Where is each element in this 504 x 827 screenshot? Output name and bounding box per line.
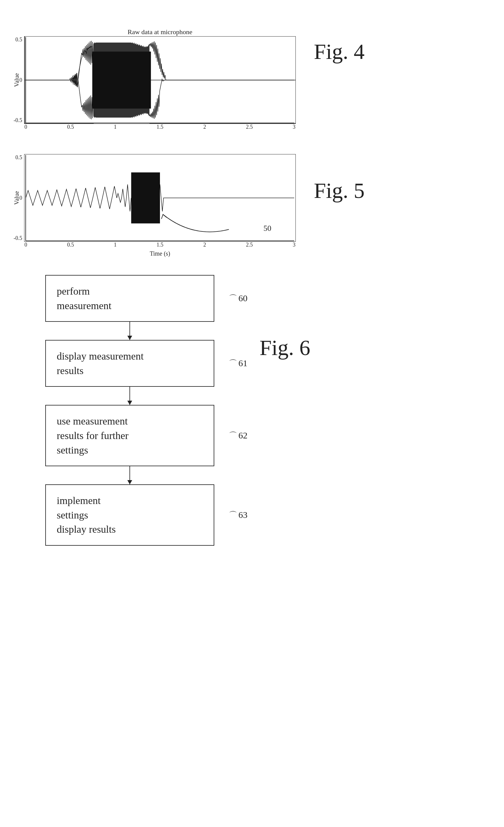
flow-box-63-wrapper: implementsettingsdisplay results ⌒63 bbox=[45, 484, 214, 546]
fig5-yticks: 0.5 0 -0.5 bbox=[13, 154, 22, 241]
charts-area: Raw data at microphone Value 0.5 0 -0.5 … bbox=[0, 12, 504, 251]
fig5-label: Fig. 5 bbox=[314, 160, 365, 203]
fig4-chart: Raw data at microphone Value 0.5 0 -0.5 … bbox=[24, 36, 296, 124]
fig4-title: Raw data at microphone bbox=[128, 28, 192, 36]
svg-rect-9 bbox=[94, 43, 150, 117]
fig5-xticks: 0 0.5 1 1.5 2 2.5 3 bbox=[24, 242, 295, 248]
flow-box-60-wrapper: performmeasurement ⌒60 bbox=[45, 275, 214, 322]
fig4-label: Fig. 4 bbox=[314, 21, 365, 64]
fig4-row: Raw data at microphone Value 0.5 0 -0.5 … bbox=[24, 21, 365, 124]
flow-box-61-text: display measurementresults bbox=[57, 349, 144, 378]
ref-curve-63: ⌒ bbox=[229, 510, 237, 520]
flow-arrow-2 bbox=[129, 387, 130, 405]
fig5-chart: Value 0.5 0 -0.5 0 0.5 1 1.5 bbox=[24, 154, 296, 242]
flow-ref-62: ⌒62 bbox=[229, 430, 247, 441]
fig6-label: Fig. 6 bbox=[260, 335, 310, 360]
flow-arrow-1 bbox=[129, 322, 130, 340]
flow-box-62-text: use measurementresults for furthersettin… bbox=[57, 414, 128, 457]
ref-curve-61: ⌒ bbox=[229, 359, 237, 368]
flow-box-63: implementsettingsdisplay results bbox=[45, 484, 214, 546]
flow-ref-60: ⌒60 bbox=[229, 293, 247, 304]
flowchart-col: performmeasurement ⌒60 display measureme… bbox=[24, 275, 235, 546]
ref-curve-62: ⌒ bbox=[229, 431, 237, 440]
flow-box-60: performmeasurement bbox=[45, 275, 214, 322]
flow-box-60-text: performmeasurement bbox=[57, 284, 111, 313]
flow-ref-63: ⌒63 bbox=[229, 509, 247, 521]
ref-curve-60: ⌒ bbox=[229, 294, 237, 303]
svg-rect-15 bbox=[131, 173, 160, 224]
flow-ref-61: ⌒61 bbox=[229, 358, 247, 369]
fig5-ref50: 50 bbox=[264, 224, 271, 233]
fig5-waveform bbox=[24, 154, 295, 241]
flow-box-61: display measurementresults bbox=[45, 340, 214, 387]
fig4-yticks: 0.5 0 -0.5 bbox=[13, 37, 22, 124]
fig4-xticks: 0 0.5 1 1.5 2 2.5 3 bbox=[24, 124, 295, 130]
flowchart-section: performmeasurement ⌒60 display measureme… bbox=[0, 275, 504, 546]
page: Raw data at microphone Value 0.5 0 -0.5 … bbox=[0, 0, 504, 827]
fig5-xlabel: Time (s) bbox=[150, 250, 170, 257]
fig4-waveform-overlay bbox=[24, 37, 295, 124]
flow-box-61-wrapper: display measurementresults ⌒61 bbox=[45, 340, 214, 387]
fig5-row: Value 0.5 0 -0.5 0 0.5 1 1.5 bbox=[24, 151, 365, 242]
flow-box-62-wrapper: use measurementresults for furthersettin… bbox=[45, 405, 214, 466]
flow-box-62: use measurementresults for furthersettin… bbox=[45, 405, 214, 466]
flow-arrow-3 bbox=[129, 466, 130, 484]
flow-box-63-text: implementsettingsdisplay results bbox=[57, 493, 116, 537]
